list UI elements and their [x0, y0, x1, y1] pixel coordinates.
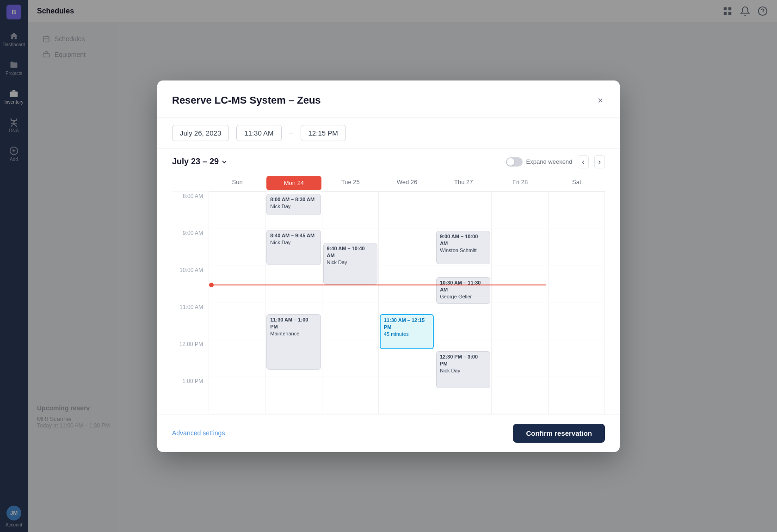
modal-title: Reserve LC-MS System – Zeus: [172, 94, 321, 106]
event-nick-1500[interactable]: 12:30 PM – 3:00 PM Nick Day: [436, 351, 490, 388]
cell-sun-8[interactable]: [209, 192, 265, 229]
datetime-row: July 26, 2023 11:30 AM – 12:15 PM: [157, 118, 620, 149]
cell-thu-11[interactable]: [435, 303, 492, 340]
current-time-dot: [209, 283, 214, 287]
time-col-header: [172, 175, 209, 192]
col-header-fri: Fri 28: [492, 175, 548, 192]
cell-sun-1[interactable]: [209, 377, 265, 414]
cell-sat-12[interactable]: [549, 340, 605, 377]
time-separator: –: [289, 129, 293, 137]
event-winston-1000[interactable]: 9:00 AM – 10:00 AM Winston Schmitt: [436, 231, 490, 264]
calendar-header: July 23 – 29 Expand weekend ‹ ›: [157, 149, 620, 175]
chevron-down-icon: [221, 158, 228, 166]
next-week-button[interactable]: ›: [594, 155, 605, 168]
calendar-body: 8:00 AM 8:00 AM – 8:30 AM Nick Day 9:00 …: [172, 192, 605, 414]
date-input[interactable]: July 26, 2023: [172, 125, 229, 141]
modal-header: Reserve LC-MS System – Zeus ×: [157, 80, 620, 118]
modal-footer: Advanced settings Confirm reservation: [157, 414, 620, 452]
event-selected-1215[interactable]: 11:30 AM – 12:15 PM 45 minutes: [380, 314, 434, 349]
cell-sat-9[interactable]: [549, 229, 605, 266]
cell-wed-8[interactable]: [379, 192, 435, 229]
event-nick-830[interactable]: 8:00 AM – 8:30 AM Nick Day: [266, 194, 321, 215]
cell-sat-1[interactable]: [549, 377, 605, 414]
expand-weekend-switch[interactable]: [506, 157, 523, 167]
cell-sat-10[interactable]: [549, 266, 605, 303]
current-time-indicator: [209, 285, 546, 285]
event-nick-tue-1040[interactable]: 9:40 AM – 10:40 AM Nick Day: [323, 243, 377, 285]
event-nick-945[interactable]: 8:40 AM – 9:45 AM Nick Day: [266, 230, 321, 265]
col-header-sat: Sat: [549, 175, 605, 192]
cell-fri-1[interactable]: [492, 377, 548, 414]
cell-sun-11[interactable]: [209, 303, 265, 340]
cell-tue-12[interactable]: [322, 340, 379, 377]
confirm-reservation-button[interactable]: Confirm reservation: [513, 424, 605, 443]
cell-mon-9[interactable]: 8:40 AM – 9:45 AM Nick Day: [265, 229, 322, 266]
cell-fri-11[interactable]: [492, 303, 548, 340]
calendar-grid: Sun Mon 24 Tue 25 Wed 26 Thu 27 Fri 28 S…: [157, 175, 620, 414]
week-navigation: July 23 – 29: [172, 157, 228, 167]
prev-week-button[interactable]: ‹: [578, 155, 588, 168]
time-start-input[interactable]: 11:30 AM: [236, 125, 281, 141]
time-label-10am: 10:00 AM: [172, 266, 209, 303]
cell-mon-8[interactable]: 8:00 AM – 8:30 AM Nick Day: [265, 192, 322, 229]
advanced-settings-link[interactable]: Advanced settings: [172, 429, 225, 437]
close-button[interactable]: ×: [596, 93, 605, 108]
col-header-thu: Thu 27: [435, 175, 492, 192]
time-label-12pm: 12:00 PM: [172, 340, 209, 377]
col-header-sun: Sun: [209, 175, 265, 192]
modal-overlay: Reserve LC-MS System – Zeus × July 26, 2…: [0, 0, 777, 532]
cell-sun-12[interactable]: [209, 340, 265, 377]
week-title: July 23 – 29: [172, 157, 219, 167]
time-label-9am: 9:00 AM: [172, 229, 209, 266]
week-picker-button[interactable]: July 23 – 29: [172, 157, 228, 167]
expand-weekend-label: Expand weekend: [526, 158, 573, 165]
event-george-1130[interactable]: 10:30 AM – 11:30 AM George Geller: [436, 277, 490, 304]
reservation-modal: Reserve LC-MS System – Zeus × July 26, 2…: [157, 80, 620, 452]
cell-fri-9[interactable]: [492, 229, 548, 266]
col-header-wed: Wed 26: [379, 175, 435, 192]
col-header-mon: Mon 24: [266, 176, 321, 191]
cell-tue-11[interactable]: [322, 303, 379, 340]
cell-thu-12[interactable]: 12:30 PM – 3:00 PM Nick Day: [435, 340, 492, 377]
time-label-1pm: 1:00 PM: [172, 377, 209, 414]
cell-tue-9[interactable]: 9:40 AM – 10:40 AM Nick Day: [322, 229, 379, 266]
time-label-8am: 8:00 AM: [172, 192, 209, 229]
cell-sun-9[interactable]: [209, 229, 265, 266]
expand-weekend-toggle: Expand weekend: [506, 157, 573, 167]
cell-fri-8[interactable]: [492, 192, 548, 229]
event-maintenance-1300[interactable]: 11:30 AM – 1:00 PM Maintenance: [266, 314, 321, 370]
calendar-column-headers: Sun Mon 24 Tue 25 Wed 26 Thu 27 Fri 28 S…: [172, 175, 605, 192]
time-end-input[interactable]: 12:15 PM: [301, 125, 346, 141]
cell-sat-11[interactable]: [549, 303, 605, 340]
cell-mon-1[interactable]: [265, 377, 322, 414]
cell-wed-11[interactable]: 11:30 AM – 12:15 PM 45 minutes: [379, 303, 435, 340]
col-header-tue: Tue 25: [322, 175, 379, 192]
cell-tue-1[interactable]: [322, 377, 379, 414]
cell-thu-8[interactable]: [435, 192, 492, 229]
cell-sat-8[interactable]: [549, 192, 605, 229]
toggle-knob: [507, 158, 514, 166]
cell-wed-1[interactable]: [379, 377, 435, 414]
cell-fri-12[interactable]: [492, 340, 548, 377]
cell-mon-11[interactable]: 11:30 AM – 1:00 PM Maintenance: [265, 303, 322, 340]
cell-tue-8[interactable]: [322, 192, 379, 229]
cell-thu-9[interactable]: 9:00 AM – 10:00 AM Winston Schmitt: [435, 229, 492, 266]
cell-wed-9[interactable]: [379, 229, 435, 266]
cell-sun-10[interactable]: [209, 266, 265, 303]
time-label-11am: 11:00 AM: [172, 303, 209, 340]
